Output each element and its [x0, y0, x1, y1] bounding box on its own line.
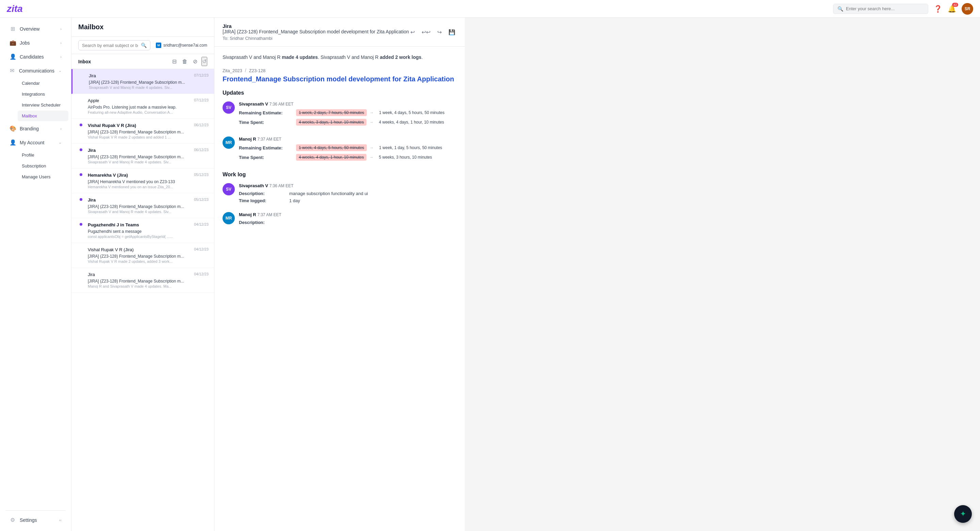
- email-body-preview: Manoj R and Sivaprasath V made 4 updates…: [88, 284, 208, 288]
- email-item[interactable]: Jira 07/12/23 [JIRA] (Z23-128) Frontend_…: [72, 69, 214, 94]
- email-subject-preview: [JIRA] Hemarekha V mentioned you on Z23-…: [88, 179, 208, 184]
- sidebar-item-mailbox[interactable]: Mailbox: [18, 111, 68, 121]
- email-action-buttons: ⊟ 🗑 ⊘ ↺: [171, 57, 207, 66]
- updates-section-title: Updates: [223, 90, 457, 96]
- read-indicator: [81, 74, 83, 77]
- sidebar-label-candidates: Candidates: [20, 54, 44, 59]
- jira-title-link[interactable]: Frontend_Manage Subscription model devel…: [223, 75, 457, 83]
- update-item: SV Sivaprasath V 7:36 AM EET Remaining E…: [223, 101, 457, 128]
- notifications[interactable]: 🔔 42: [948, 5, 956, 13]
- arrow-icon: →: [369, 110, 374, 115]
- sidebar-item-candidates[interactable]: 👤 Candidates ›: [3, 50, 68, 63]
- worklog-description-label: Description:: [239, 220, 286, 225]
- candidates-icon: 👤: [10, 53, 16, 60]
- reply-all-button[interactable]: ↩↩: [420, 27, 432, 37]
- email-item[interactable]: Vishal Rupak V R (Jira) 06/12/23 [JIRA] …: [72, 119, 214, 144]
- email-date: 04/12/23: [194, 222, 208, 226]
- my-account-submenu: Profile Subscription Manage Users: [0, 150, 71, 182]
- email-item[interactable]: Jira 06/12/23 [JIRA] (Z23-128) Frontend_…: [72, 144, 214, 169]
- sidebar-divider: [5, 510, 66, 510]
- inbox-header: Inbox ⊟ 🗑 ⊘ ↺: [72, 54, 214, 69]
- sidebar-item-communications[interactable]: ✉ Communications ⌄: [3, 64, 68, 77]
- field-old-value: 4 weeks, 4 days, 1 hour, 10 minutes: [296, 154, 366, 161]
- worklog-time-label: Time logged:: [239, 198, 286, 203]
- search-icon: 🔍: [837, 6, 843, 11]
- refresh-button[interactable]: ↺: [202, 57, 207, 66]
- email-detail-header: Jira [JIRA] (Z23-128) Frontend_Manage Su…: [215, 18, 465, 47]
- email-subject-preview: [JIRA] (Z23-128) Frontend_Manage Subscri…: [88, 155, 208, 159]
- avatar: MR: [223, 212, 235, 224]
- sidebar-item-overview[interactable]: ⊞ Overview ›: [3, 22, 68, 35]
- sidebar-label-interview-scheduler: Interview Scheduler: [22, 102, 60, 108]
- email-body-preview: Vishal Rupak V R made 2 updates, added 3…: [88, 259, 208, 263]
- my-account-icon: 👤: [10, 139, 16, 146]
- sidebar-item-manage-users[interactable]: Manage Users: [18, 172, 68, 182]
- email-date: 04/12/23: [194, 247, 208, 251]
- sidebar-item-settings[interactable]: ⚙ Settings ‹‹: [3, 513, 68, 526]
- sidebar-item-integrations[interactable]: Integrations: [18, 89, 68, 99]
- worklog-description-field: Description: manage subscription functio…: [239, 191, 457, 196]
- global-search-input[interactable]: [846, 6, 924, 11]
- sidebar-item-branding[interactable]: 🎨 Branding ›: [3, 122, 68, 135]
- email-search-input[interactable]: [82, 43, 138, 48]
- jira-ticket-id: Z23-128: [249, 68, 266, 73]
- email-list-panel: Mailbox 🔍 M sridharc@sense7ai.com Inbox: [72, 18, 215, 531]
- email-summary: Sivaprasath V and Manoj R made 4 updates…: [223, 53, 457, 61]
- email-body-preview: Featuring all-new Adaptive Audio, Conver…: [88, 110, 208, 114]
- field-label: Time Spent:: [239, 155, 293, 160]
- mailbox-container: Mailbox 🔍 M sridharc@sense7ai.com Inbox: [72, 18, 465, 531]
- unread-indicator: [80, 173, 82, 176]
- sidebar-item-my-account[interactable]: 👤 My Account ⌄: [3, 136, 68, 149]
- email-date: 07/12/23: [194, 73, 208, 77]
- spam-button[interactable]: ⊘: [192, 57, 199, 66]
- worklog-description-label: Description:: [239, 191, 286, 196]
- sidebar-label-integrations: Integrations: [22, 92, 45, 97]
- sidebar: ⊞ Overview › 💼 Jobs › 👤 Candidates › ✉ C…: [0, 18, 72, 531]
- email-item[interactable]: Vishal Rupak V R (Jira) 04/12/23 [JIRA] …: [72, 243, 214, 268]
- unread-indicator: [80, 124, 82, 126]
- field-old-value: 4 weeks, 3 days, 1 hour, 10 minutes: [296, 119, 366, 126]
- email-body-preview: const applicantsObj = getApplicantsBySta…: [88, 234, 208, 239]
- email-item[interactable]: Jira 04/12/23 [JIRA] (Z23-128) Frontend_…: [72, 268, 214, 293]
- reply-button[interactable]: ↩: [409, 27, 416, 37]
- email-sender-name: Vishal Rupak V R (Jira): [88, 123, 136, 128]
- sidebar-item-calendar[interactable]: Calendar: [18, 78, 68, 88]
- email-search-bar[interactable]: 🔍: [78, 40, 150, 50]
- worklog-description-field: Description:: [239, 220, 457, 225]
- chat-ai-button[interactable]: ✦: [954, 505, 972, 523]
- update-field: Remaining Estimate: 1 week, 4 days, 5 ho…: [239, 144, 457, 151]
- email-subject: [JIRA] (Z23-128) Frontend_Manage Subscri…: [223, 29, 409, 34]
- sidebar-item-profile[interactable]: Profile: [18, 150, 68, 160]
- email-subject-preview: [JIRA] (Z23-128) Frontend_Manage Subscri…: [89, 80, 208, 85]
- sidebar-label-profile: Profile: [22, 153, 34, 158]
- email-item[interactable]: Pugazhendhi J in Teams 04/12/23 Pugazhen…: [72, 218, 214, 243]
- sidebar-item-interview-scheduler[interactable]: Interview Scheduler: [18, 100, 68, 110]
- communications-submenu: Calendar Integrations Interview Schedule…: [0, 78, 71, 121]
- archive-button[interactable]: ⊟: [171, 57, 178, 66]
- unread-indicator: [80, 198, 82, 201]
- read-indicator: [80, 248, 82, 250]
- notification-count: 42: [952, 3, 958, 7]
- update-content: Sivaprasath V 7:36 AM EET Remaining Esti…: [239, 101, 457, 128]
- app-logo: zita: [7, 3, 23, 14]
- microsoft-icon: M: [156, 43, 161, 48]
- email-item[interactable]: Apple 07/12/23 AirPods Pro. Listening ju…: [72, 94, 214, 119]
- email-body-preview: Sivaprasath V and Manoj R made 4 updates…: [88, 210, 208, 214]
- update-time: 7:36 AM EET: [269, 102, 294, 107]
- global-search[interactable]: 🔍: [833, 4, 928, 14]
- email-item[interactable]: Jira 05/12/23 [JIRA] (Z23-128) Frontend_…: [72, 193, 214, 218]
- field-old-value: 1 week, 2 days, 7 hours, 50 minutes: [296, 109, 367, 116]
- delete-button[interactable]: 🗑: [181, 57, 189, 66]
- sidebar-item-jobs[interactable]: 💼 Jobs ›: [3, 36, 68, 49]
- unread-indicator: [80, 148, 82, 151]
- worklog-content: Sivaprasath V 7:36 AM EET Description: m…: [239, 183, 457, 205]
- avatar[interactable]: SR: [962, 3, 973, 14]
- arrow-icon: →: [369, 155, 373, 159]
- update-field: Time Spent: 4 weeks, 4 days, 1 hour, 10 …: [239, 154, 457, 161]
- help-icon[interactable]: ❓: [934, 5, 942, 13]
- email-item[interactable]: Hemarekha V (Jira) 05/12/23 [JIRA] Hemar…: [72, 169, 214, 193]
- sidebar-item-subscription[interactable]: Subscription: [18, 161, 68, 171]
- updater-name: Sivaprasath V 7:36 AM EET: [239, 101, 457, 107]
- save-button[interactable]: 💾: [447, 27, 457, 37]
- forward-button[interactable]: ↪: [436, 27, 443, 37]
